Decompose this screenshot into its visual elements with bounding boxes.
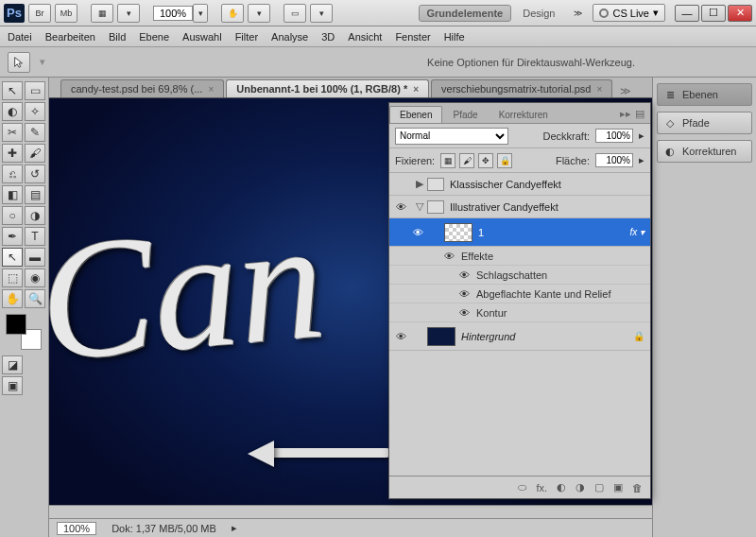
effect-schlagschatten[interactable]: 👁Schlagschatten: [389, 266, 650, 285]
healing-tool[interactable]: ✚: [2, 144, 23, 163]
menu-bearbeiten[interactable]: Bearbeiten: [45, 31, 95, 43]
brush-tool[interactable]: 🖌: [25, 144, 45, 163]
menu-filter[interactable]: Filter: [235, 31, 258, 43]
wand-tool[interactable]: ✧: [25, 102, 45, 121]
visibility-icon[interactable]: 👁: [389, 201, 412, 213]
stamp-tool[interactable]: ⎌: [2, 165, 23, 183]
layer-thumbnail[interactable]: [427, 327, 455, 346]
panel-menu-icon[interactable]: ▤: [635, 108, 644, 120]
layer-1[interactable]: 👁 1 fx ▾: [389, 218, 650, 247]
menu-ansicht[interactable]: Ansicht: [348, 31, 382, 43]
new-group-icon[interactable]: ▢: [594, 481, 604, 494]
layer-group-illustrativ[interactable]: 👁 ▽ Illustrativer Candyeffekt: [389, 196, 650, 218]
history-brush-tool[interactable]: ↺: [25, 165, 45, 183]
visibility-icon[interactable]: 👁: [389, 331, 412, 342]
window-maximize[interactable]: ☐: [701, 5, 726, 22]
bridge-button[interactable]: Br: [28, 4, 51, 23]
close-icon[interactable]: ×: [208, 84, 214, 95]
status-dropdown-icon[interactable]: ▸: [232, 522, 237, 534]
collapse-icon[interactable]: ▶: [412, 178, 427, 190]
fill-slider-icon[interactable]: ▸: [639, 154, 644, 166]
screenmode-tool[interactable]: ▣: [2, 376, 23, 395]
visibility-icon[interactable]: 👁: [457, 307, 471, 319]
menu-hilfe[interactable]: Hilfe: [444, 31, 465, 43]
new-layer-icon[interactable]: ▣: [613, 481, 623, 494]
menu-auswahl[interactable]: Auswahl: [182, 31, 222, 43]
dodge-tool[interactable]: ◑: [25, 206, 45, 225]
panel-korrekturen-button[interactable]: ◐ Korrekturen: [657, 140, 752, 163]
visibility-icon[interactable]: 👁: [457, 288, 471, 300]
lasso-tool[interactable]: ◐: [2, 102, 23, 121]
lock-all-icon[interactable]: 🔒: [497, 153, 512, 168]
lock-transparency-icon[interactable]: ▦: [440, 153, 455, 168]
delete-layer-icon[interactable]: 🗑: [632, 482, 643, 494]
tab-candy-test[interactable]: candy-test.psd bei 69,8% (...×: [60, 79, 224, 97]
menu-analyse[interactable]: Analyse: [271, 31, 308, 43]
shape-tool[interactable]: ▬: [25, 248, 45, 267]
tab-overflow[interactable]: ≫: [620, 85, 631, 97]
fill-input[interactable]: [595, 153, 633, 167]
lock-pixels-icon[interactable]: 🖌: [459, 153, 474, 168]
layer-mask-icon[interactable]: ◐: [557, 481, 566, 494]
layer-fx-icon[interactable]: fx.: [536, 482, 547, 494]
tab-verschiebungsmatrix[interactable]: verschiebungsmatrix-tutorial.psd×: [431, 79, 612, 97]
blur-tool[interactable]: ○: [2, 206, 23, 225]
panel-pfade-button[interactable]: ◇ Pfade: [657, 112, 752, 134]
marquee-tool[interactable]: ▭: [25, 81, 45, 100]
layers-panel[interactable]: Ebenen Pfade Korrekturen ▸▸▤ Normal Deck…: [388, 102, 651, 499]
fx-badge[interactable]: fx ▾: [629, 227, 644, 237]
opacity-slider-icon[interactable]: ▸: [639, 130, 644, 142]
workspace-essentials[interactable]: Grundelemente: [419, 5, 512, 22]
cslive-button[interactable]: CS Live ▾: [593, 4, 665, 22]
close-icon[interactable]: ×: [596, 84, 602, 95]
panel-collapse-icon[interactable]: ▸▸: [620, 108, 631, 120]
workspace-design[interactable]: Design: [515, 6, 562, 21]
crop-tool[interactable]: ✂: [2, 123, 23, 142]
blend-mode-select[interactable]: Normal: [395, 128, 508, 145]
pen-tool[interactable]: ✒: [2, 227, 23, 246]
menu-3d[interactable]: 3D: [321, 31, 335, 43]
menu-datei[interactable]: Datei: [8, 31, 32, 43]
panel-ebenen-button[interactable]: ≣ Ebenen: [657, 83, 752, 106]
adjustment-layer-icon[interactable]: ◑: [576, 481, 585, 494]
gradient-tool[interactable]: ▤: [25, 185, 45, 204]
window-close[interactable]: ✕: [728, 5, 752, 22]
move-tool[interactable]: ↖: [2, 81, 23, 100]
tab-unbenannt[interactable]: Unbenannt-1 bei 100% (1, RGB/8) *×: [226, 79, 429, 97]
eyedropper-tool[interactable]: ✎: [25, 123, 45, 142]
opacity-input[interactable]: [595, 129, 633, 143]
paths-tab[interactable]: Pfade: [442, 106, 488, 123]
arrange-dropdown[interactable]: ▾: [248, 4, 270, 23]
minibridge-button[interactable]: Mb: [55, 4, 77, 23]
foreground-color[interactable]: [6, 314, 26, 335]
close-icon[interactable]: ×: [413, 84, 419, 95]
view-extras-button[interactable]: ▦: [91, 4, 113, 23]
status-zoom[interactable]: 100%: [57, 522, 96, 535]
expand-icon[interactable]: ▽: [412, 200, 427, 213]
screen-mode-button[interactable]: ▭: [284, 4, 306, 23]
3d-tool[interactable]: ⬚: [2, 268, 23, 287]
layer-thumbnail[interactable]: [444, 223, 472, 242]
effect-kontur[interactable]: 👁Kontur: [389, 303, 650, 322]
window-minimize[interactable]: —: [675, 5, 699, 22]
lock-position-icon[interactable]: ✥: [478, 153, 493, 168]
visibility-icon[interactable]: 👁: [442, 251, 455, 262]
layer-hintergrund[interactable]: 👁 Hintergrund 🔒: [389, 322, 650, 351]
view-dropdown[interactable]: ▾: [117, 4, 140, 23]
eraser-tool[interactable]: ◧: [2, 185, 23, 204]
color-swatches[interactable]: [6, 314, 42, 350]
direct-selection-tool[interactable]: ↖: [2, 248, 23, 267]
zoom-tool[interactable]: 🔍: [25, 289, 45, 308]
camera-tool[interactable]: ◉: [25, 268, 45, 287]
effect-abgeflachte[interactable]: 👁Abgeflachte Kante und Relief: [389, 285, 650, 303]
layer-group-klassisch[interactable]: ▶ Klassischer Candyeffekt: [389, 173, 650, 196]
zoom-dropdown[interactable]: ▾: [193, 4, 208, 23]
visibility-icon[interactable]: 👁: [406, 227, 429, 238]
workspace-more[interactable]: ≫: [566, 4, 589, 23]
direct-selection-tool-icon[interactable]: [8, 52, 30, 73]
link-layers-icon[interactable]: ⬭: [518, 481, 526, 494]
layers-tab[interactable]: Ebenen: [389, 106, 442, 123]
screen-mode-dropdown[interactable]: ▾: [310, 4, 333, 23]
horizontal-scrollbar[interactable]: [49, 505, 652, 518]
menu-bild[interactable]: Bild: [109, 31, 126, 43]
